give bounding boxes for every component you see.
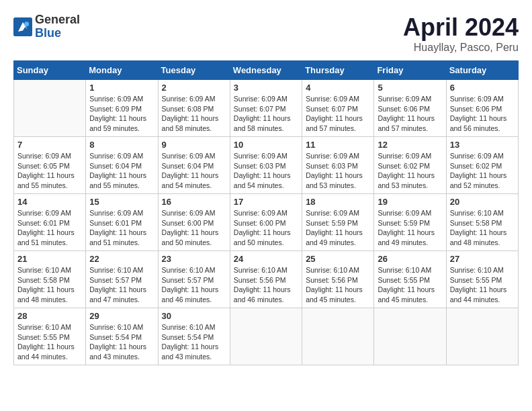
table-row: 6Sunrise: 6:09 AM Sunset: 6:06 PM Daylig…	[446, 80, 518, 137]
day-detail: Sunrise: 6:09 AM Sunset: 6:08 PM Dayligh…	[162, 94, 226, 134]
day-detail: Sunrise: 6:10 AM Sunset: 5:57 PM Dayligh…	[89, 265, 154, 305]
table-row: 28Sunrise: 6:10 AM Sunset: 5:55 PM Dayli…	[14, 308, 86, 365]
svg-point-2	[24, 21, 29, 26]
weekday-header-cell: Tuesday	[158, 61, 230, 80]
day-detail: Sunrise: 6:10 AM Sunset: 5:57 PM Dayligh…	[162, 265, 226, 305]
table-row: 8Sunrise: 6:09 AM Sunset: 6:04 PM Daylig…	[86, 137, 158, 194]
page-header: General Blue April 2024 Huayllay, Pasco,…	[13, 13, 519, 54]
table-row: 25Sunrise: 6:10 AM Sunset: 5:56 PM Dayli…	[302, 251, 374, 308]
day-detail: Sunrise: 6:09 AM Sunset: 6:01 PM Dayligh…	[89, 208, 154, 248]
table-row: 12Sunrise: 6:09 AM Sunset: 6:02 PM Dayli…	[374, 137, 446, 194]
calendar-row: 7Sunrise: 6:09 AM Sunset: 6:05 PM Daylig…	[14, 137, 519, 194]
calendar-row: 28Sunrise: 6:10 AM Sunset: 5:55 PM Dayli…	[14, 308, 519, 365]
day-detail: Sunrise: 6:09 AM Sunset: 6:04 PM Dayligh…	[162, 151, 226, 191]
day-detail: Sunrise: 6:10 AM Sunset: 5:54 PM Dayligh…	[162, 322, 226, 362]
location-label: Huayllay, Pasco, Peru	[403, 42, 519, 54]
day-detail: Sunrise: 6:10 AM Sunset: 5:58 PM Dayligh…	[17, 265, 82, 305]
calendar-table: SundayMondayTuesdayWednesdayThursdayFrid…	[13, 60, 519, 365]
table-row: 11Sunrise: 6:09 AM Sunset: 6:03 PM Dayli…	[302, 137, 374, 194]
day-number: 29	[89, 311, 154, 321]
day-number: 18	[306, 197, 370, 207]
day-number: 23	[162, 254, 226, 264]
day-number: 2	[162, 83, 226, 93]
table-row: 10Sunrise: 6:09 AM Sunset: 6:03 PM Dayli…	[230, 137, 302, 194]
table-row: 17Sunrise: 6:09 AM Sunset: 6:00 PM Dayli…	[230, 194, 302, 251]
table-row	[446, 308, 518, 365]
day-number: 13	[450, 140, 515, 150]
day-detail: Sunrise: 6:10 AM Sunset: 5:56 PM Dayligh…	[234, 265, 298, 305]
day-number: 12	[378, 140, 442, 150]
table-row: 27Sunrise: 6:10 AM Sunset: 5:55 PM Dayli…	[446, 251, 518, 308]
day-detail: Sunrise: 6:09 AM Sunset: 6:07 PM Dayligh…	[306, 94, 370, 134]
day-detail: Sunrise: 6:09 AM Sunset: 6:03 PM Dayligh…	[306, 151, 370, 191]
day-number: 16	[162, 197, 226, 207]
table-row: 22Sunrise: 6:10 AM Sunset: 5:57 PM Dayli…	[86, 251, 158, 308]
table-row: 3Sunrise: 6:09 AM Sunset: 6:07 PM Daylig…	[230, 80, 302, 137]
table-row: 20Sunrise: 6:10 AM Sunset: 5:58 PM Dayli…	[446, 194, 518, 251]
table-row: 14Sunrise: 6:09 AM Sunset: 6:01 PM Dayli…	[14, 194, 86, 251]
table-row: 2Sunrise: 6:09 AM Sunset: 6:08 PM Daylig…	[158, 80, 230, 137]
calendar-row: 21Sunrise: 6:10 AM Sunset: 5:58 PM Dayli…	[14, 251, 519, 308]
weekday-header-cell: Sunday	[14, 61, 86, 80]
day-number: 5	[378, 83, 442, 93]
day-detail: Sunrise: 6:09 AM Sunset: 6:00 PM Dayligh…	[162, 208, 226, 248]
day-number: 15	[89, 197, 154, 207]
table-row: 21Sunrise: 6:10 AM Sunset: 5:58 PM Dayli…	[14, 251, 86, 308]
logo-icon	[13, 17, 32, 36]
day-detail: Sunrise: 6:09 AM Sunset: 6:02 PM Dayligh…	[450, 151, 515, 191]
day-number: 25	[306, 254, 370, 264]
day-number: 4	[306, 83, 370, 93]
table-row: 4Sunrise: 6:09 AM Sunset: 6:07 PM Daylig…	[302, 80, 374, 137]
day-number: 30	[162, 311, 226, 321]
logo-blue-label: Blue	[35, 27, 80, 40]
day-number: 28	[17, 311, 82, 321]
table-row: 1Sunrise: 6:09 AM Sunset: 6:09 PM Daylig…	[86, 80, 158, 137]
day-number: 10	[234, 140, 298, 150]
day-detail: Sunrise: 6:10 AM Sunset: 5:55 PM Dayligh…	[450, 265, 515, 305]
day-number: 19	[378, 197, 442, 207]
day-detail: Sunrise: 6:09 AM Sunset: 6:07 PM Dayligh…	[234, 94, 298, 134]
title-area: April 2024 Huayllay, Pasco, Peru	[403, 13, 519, 54]
table-row	[302, 308, 374, 365]
table-row: 26Sunrise: 6:10 AM Sunset: 5:55 PM Dayli…	[374, 251, 446, 308]
calendar-body: 1Sunrise: 6:09 AM Sunset: 6:09 PM Daylig…	[14, 80, 519, 365]
day-detail: Sunrise: 6:09 AM Sunset: 6:02 PM Dayligh…	[378, 151, 442, 191]
day-number: 1	[89, 83, 154, 93]
table-row	[374, 308, 446, 365]
day-detail: Sunrise: 6:09 AM Sunset: 6:05 PM Dayligh…	[17, 151, 82, 191]
table-row: 23Sunrise: 6:10 AM Sunset: 5:57 PM Dayli…	[158, 251, 230, 308]
day-number: 27	[450, 254, 515, 264]
weekday-header-row: SundayMondayTuesdayWednesdayThursdayFrid…	[14, 61, 519, 80]
day-number: 26	[378, 254, 442, 264]
day-number: 21	[17, 254, 82, 264]
table-row: 30Sunrise: 6:10 AM Sunset: 5:54 PM Dayli…	[158, 308, 230, 365]
table-row: 9Sunrise: 6:09 AM Sunset: 6:04 PM Daylig…	[158, 137, 230, 194]
day-detail: Sunrise: 6:10 AM Sunset: 5:55 PM Dayligh…	[378, 265, 442, 305]
table-row: 7Sunrise: 6:09 AM Sunset: 6:05 PM Daylig…	[14, 137, 86, 194]
table-row: 5Sunrise: 6:09 AM Sunset: 6:06 PM Daylig…	[374, 80, 446, 137]
day-number: 7	[17, 140, 82, 150]
day-number: 6	[450, 83, 515, 93]
weekday-header-cell: Saturday	[446, 61, 518, 80]
calendar-row: 14Sunrise: 6:09 AM Sunset: 6:01 PM Dayli…	[14, 194, 519, 251]
day-number: 9	[162, 140, 226, 150]
weekday-header-cell: Thursday	[302, 61, 374, 80]
table-row: 13Sunrise: 6:09 AM Sunset: 6:02 PM Dayli…	[446, 137, 518, 194]
day-detail: Sunrise: 6:09 AM Sunset: 6:06 PM Dayligh…	[450, 94, 515, 134]
table-row	[14, 80, 86, 137]
day-number: 11	[306, 140, 370, 150]
day-number: 24	[234, 254, 298, 264]
day-detail: Sunrise: 6:09 AM Sunset: 5:59 PM Dayligh…	[378, 208, 442, 248]
table-row: 29Sunrise: 6:10 AM Sunset: 5:54 PM Dayli…	[86, 308, 158, 365]
logo-text: General Blue	[35, 13, 80, 40]
day-detail: Sunrise: 6:10 AM Sunset: 5:54 PM Dayligh…	[89, 322, 154, 362]
calendar-row: 1Sunrise: 6:09 AM Sunset: 6:09 PM Daylig…	[14, 80, 519, 137]
day-detail: Sunrise: 6:10 AM Sunset: 5:58 PM Dayligh…	[450, 208, 515, 248]
table-row: 16Sunrise: 6:09 AM Sunset: 6:00 PM Dayli…	[158, 194, 230, 251]
weekday-header-cell: Wednesday	[230, 61, 302, 80]
logo: General Blue	[13, 13, 80, 40]
day-detail: Sunrise: 6:09 AM Sunset: 6:09 PM Dayligh…	[89, 94, 154, 134]
table-row	[230, 308, 302, 365]
day-detail: Sunrise: 6:10 AM Sunset: 5:56 PM Dayligh…	[306, 265, 370, 305]
day-number: 22	[89, 254, 154, 264]
